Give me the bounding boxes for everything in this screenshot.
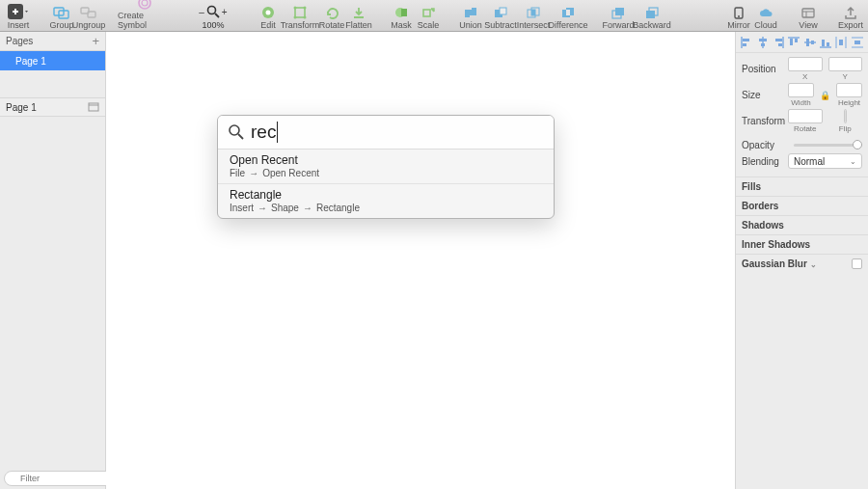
intersect-icon	[526, 6, 541, 19]
symbol-icon	[137, 0, 152, 10]
align-right-icon[interactable]	[772, 36, 785, 49]
intersect-button[interactable]: Intersect	[517, 6, 550, 31]
align-top-icon[interactable]	[787, 36, 800, 49]
svg-point-15	[294, 16, 297, 19]
runner-item[interactable]: Rectangle Insert→Shape→Rectangle	[218, 184, 554, 218]
mask-button[interactable]: Mask	[388, 6, 415, 31]
svg-rect-58	[806, 39, 809, 46]
union-button[interactable]: Union	[457, 6, 484, 31]
svg-rect-24	[531, 10, 535, 15]
distribute-v-icon[interactable]	[851, 36, 864, 49]
svg-line-9	[215, 14, 219, 17]
export-button[interactable]: Export	[837, 6, 864, 31]
difference-button[interactable]: Difference	[550, 6, 586, 31]
runner-input[interactable]: rec	[251, 122, 276, 143]
flip-h-button[interactable]	[845, 110, 846, 122]
width-input[interactable]	[788, 83, 814, 97]
distribute-h-icon[interactable]	[834, 36, 848, 49]
subtract-button[interactable]: Subtract	[484, 6, 517, 31]
edit-icon	[261, 6, 275, 19]
opacity-slider[interactable]	[794, 144, 862, 147]
svg-rect-62	[827, 42, 829, 46]
view-button[interactable]: View	[795, 6, 822, 31]
blending-label: Blending	[742, 156, 788, 167]
position-y-input[interactable]	[828, 57, 863, 71]
flatten-icon	[352, 6, 366, 19]
svg-point-11	[266, 11, 271, 15]
section-borders[interactable]: Borders	[736, 196, 868, 215]
svg-rect-37	[89, 103, 98, 111]
align-left-icon[interactable]	[740, 36, 753, 49]
align-vcenter-icon[interactable]	[803, 36, 817, 49]
union-icon	[463, 6, 478, 19]
runner-results: Open Recent File→Open Recent Rectangle I…	[218, 149, 554, 218]
cloud-button[interactable]: Cloud	[752, 6, 779, 31]
zoom-in-button[interactable]: +	[222, 7, 228, 17]
mirror-button[interactable]: Mirror	[725, 6, 752, 31]
flatten-button[interactable]: Flatten	[345, 6, 372, 31]
add-page-button[interactable]: +	[92, 37, 99, 46]
svg-rect-56	[795, 39, 798, 42]
position-label: Position	[742, 64, 788, 74]
height-input[interactable]	[836, 83, 862, 97]
svg-rect-50	[761, 43, 765, 46]
svg-rect-2	[14, 9, 16, 14]
runner-item-title: Open Recent	[230, 153, 542, 167]
left-sidebar: Pages + Page 1 Page 1 0	[0, 32, 106, 489]
svg-rect-53	[778, 43, 782, 46]
align-row	[736, 32, 868, 53]
export-icon	[844, 6, 857, 19]
mask-icon	[394, 6, 408, 19]
current-page-row[interactable]: Page 1	[0, 97, 105, 117]
zoom-control[interactable]: – + 100%	[187, 5, 239, 31]
zoom-value: 100%	[202, 20, 224, 30]
svg-point-8	[207, 7, 215, 14]
transform-button[interactable]: Transform	[282, 6, 318, 31]
runner-palette: rec Open Recent File→Open Recent Rectang…	[217, 115, 555, 219]
page-name: Page 1	[15, 56, 46, 67]
artboard-icon	[88, 102, 99, 112]
ungroup-button[interactable]: Ungroup	[75, 6, 102, 31]
forward-button[interactable]: Forward	[602, 6, 635, 31]
lock-aspect-icon[interactable]: 🔒	[820, 91, 830, 100]
align-hcenter-icon[interactable]	[756, 36, 770, 49]
zoom-out-button[interactable]: –	[199, 7, 204, 17]
edit-button[interactable]: Edit	[255, 6, 282, 31]
pages-label: Pages	[6, 36, 33, 46]
svg-rect-55	[790, 39, 793, 45]
page-row[interactable]: Page 1	[0, 51, 105, 70]
svg-rect-18	[401, 9, 407, 16]
section-fills[interactable]: Fills	[736, 177, 868, 196]
runner-item[interactable]: Open Recent File→Open Recent	[218, 149, 554, 184]
opacity-label: Opacity	[742, 140, 788, 150]
size-label: Size	[742, 90, 788, 100]
rotate-input[interactable]	[788, 109, 823, 123]
forward-icon	[610, 6, 626, 19]
ungroup-icon	[80, 6, 97, 19]
pages-header: Pages +	[0, 32, 105, 51]
svg-point-14	[304, 7, 307, 10]
align-bottom-icon[interactable]	[819, 36, 832, 49]
svg-rect-65	[839, 40, 843, 45]
svg-rect-27	[566, 10, 570, 15]
rotate-button[interactable]: Rotate	[318, 6, 345, 31]
canvas[interactable]: rec Open Recent File→Open Recent Rectang…	[106, 32, 735, 489]
position-x-input[interactable]	[788, 57, 823, 71]
scale-button[interactable]: Scale	[415, 6, 442, 31]
svg-rect-21	[500, 8, 506, 14]
section-gaussian-blur[interactable]: Gaussian Blur ⌄	[736, 254, 868, 273]
svg-point-33	[738, 15, 740, 17]
scale-icon	[421, 6, 435, 19]
section-shadows[interactable]: Shadows	[736, 215, 868, 234]
mirror-icon	[732, 6, 746, 19]
blur-checkbox[interactable]	[852, 258, 862, 269]
create-symbol-button[interactable]: Create Symbol	[118, 0, 172, 31]
svg-rect-47	[743, 43, 746, 46]
section-inner-shadows[interactable]: Inner Shadows	[736, 234, 868, 254]
insert-menu[interactable]: Insert	[4, 4, 33, 31]
blending-select[interactable]: Normal ⌄	[788, 153, 862, 169]
svg-point-43	[230, 125, 239, 135]
backward-button[interactable]: Backward	[635, 6, 669, 31]
layers-list	[0, 117, 105, 468]
view-icon	[800, 6, 816, 19]
